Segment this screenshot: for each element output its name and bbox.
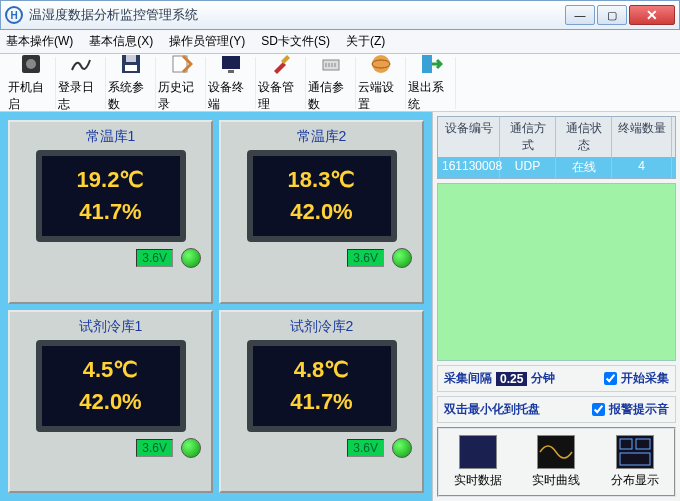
cell-comm-status: 在线 bbox=[556, 157, 612, 178]
modem-icon bbox=[318, 52, 344, 76]
menu-basic-info[interactable]: 基本信息(X) bbox=[89, 33, 153, 50]
terminal-button[interactable]: 设备终端 bbox=[206, 57, 256, 109]
start-collect-label: 开始采集 bbox=[621, 370, 669, 387]
exit-icon bbox=[418, 52, 444, 76]
temperature-value: 18.3℃ bbox=[288, 167, 356, 193]
cell-comm-mode: UDP bbox=[500, 157, 556, 178]
loginlog-button[interactable]: 登录日志 bbox=[56, 57, 106, 109]
floppy-icon bbox=[118, 52, 144, 76]
cell-terminal-count: 4 bbox=[612, 157, 672, 178]
tools-icon bbox=[268, 52, 294, 76]
toolbar-label: 系统参数 bbox=[108, 79, 153, 113]
oscilloscope-icon bbox=[537, 435, 575, 469]
signature-icon bbox=[68, 52, 94, 76]
monitor-icon bbox=[218, 52, 244, 76]
exit-button[interactable]: 退出系统 bbox=[406, 57, 456, 109]
svg-rect-15 bbox=[422, 55, 432, 73]
temperature-value: 4.5℃ bbox=[83, 357, 139, 383]
button-label: 实时曲线 bbox=[532, 472, 580, 489]
device-title: 常温库2 bbox=[297, 128, 347, 146]
toolbar-label: 开机自启 bbox=[8, 79, 53, 113]
cell-device-id: 161130008 bbox=[438, 157, 500, 178]
col-device-id[interactable]: 设备编号 bbox=[438, 117, 500, 157]
log-area[interactable] bbox=[437, 183, 676, 361]
tray-config: 双击最小化到托盘 报警提示音 bbox=[437, 396, 676, 423]
col-terminal-count[interactable]: 终端数量 bbox=[612, 117, 672, 157]
svg-rect-4 bbox=[125, 65, 137, 71]
distribution-button[interactable]: 分布显示 bbox=[602, 435, 668, 489]
commparam-button[interactable]: 通信参数 bbox=[306, 57, 356, 109]
menu-basic-operation[interactable]: 基本操作(W) bbox=[6, 33, 73, 50]
device-card[interactable]: 常温库1 19.2℃ 41.7% 3.6V bbox=[8, 120, 213, 304]
window-title: 温湿度数据分析监控管理系统 bbox=[29, 6, 565, 24]
device-screen: 4.5℃ 42.0% bbox=[36, 340, 186, 432]
menu-sdcard[interactable]: SD卡文件(S) bbox=[261, 33, 330, 50]
menu-operator[interactable]: 操作员管理(Y) bbox=[169, 33, 245, 50]
humidity-value: 42.0% bbox=[79, 389, 141, 415]
autostart-button[interactable]: 开机自启 bbox=[6, 57, 56, 109]
power-icon bbox=[18, 52, 44, 76]
realtime-curve-button[interactable]: 实时曲线 bbox=[523, 435, 589, 489]
close-button[interactable]: ✕ bbox=[629, 5, 675, 25]
interval-value[interactable]: 0.25 bbox=[496, 372, 527, 386]
start-collect-checkbox[interactable] bbox=[604, 372, 617, 385]
globe-icon bbox=[368, 52, 394, 76]
device-title: 常温库1 bbox=[86, 128, 136, 146]
device-screen: 19.2℃ 41.7% bbox=[36, 150, 186, 242]
alarm-sound-checkbox[interactable] bbox=[592, 403, 605, 416]
voltage-badge: 3.6V bbox=[136, 249, 173, 267]
toolbar-label: 退出系统 bbox=[408, 79, 453, 113]
col-comm-status[interactable]: 通信状态 bbox=[556, 117, 612, 157]
col-comm-mode[interactable]: 通信方式 bbox=[500, 117, 556, 157]
history-button[interactable]: 历史记录 bbox=[156, 57, 206, 109]
table-row[interactable]: 161130008 UDP 在线 4 bbox=[438, 157, 675, 178]
toolbar-label: 云端设置 bbox=[358, 79, 403, 113]
device-card[interactable]: 试剂冷库2 4.8℃ 41.7% 3.6V bbox=[219, 310, 424, 494]
menu-bar: 基本操作(W) 基本信息(X) 操作员管理(Y) SD卡文件(S) 关于(Z) bbox=[0, 30, 680, 54]
svg-rect-8 bbox=[323, 60, 339, 70]
voltage-badge: 3.6V bbox=[136, 439, 173, 457]
title-bar: H 温湿度数据分析监控管理系统 — ▢ ✕ bbox=[0, 0, 680, 30]
status-led-icon bbox=[181, 438, 201, 458]
device-screen: 4.8℃ 41.7% bbox=[247, 340, 397, 432]
device-grid: 常温库1 19.2℃ 41.7% 3.6V 常温库2 18.3℃ 42.0% 3… bbox=[0, 112, 432, 501]
monitor-icon bbox=[459, 435, 497, 469]
device-card[interactable]: 常温库2 18.3℃ 42.0% 3.6V bbox=[219, 120, 424, 304]
devmgr-button[interactable]: 设备管理 bbox=[256, 57, 306, 109]
app-logo-icon: H bbox=[5, 6, 23, 24]
cloud-button[interactable]: 云端设置 bbox=[356, 57, 406, 109]
toolbar-label: 设备终端 bbox=[208, 79, 253, 113]
humidity-value: 41.7% bbox=[290, 389, 352, 415]
humidity-value: 41.7% bbox=[79, 199, 141, 225]
status-led-icon bbox=[392, 248, 412, 268]
svg-rect-18 bbox=[620, 453, 650, 465]
device-status-table: 设备编号 通信方式 通信状态 终端数量 161130008 UDP 在线 4 bbox=[437, 116, 676, 179]
realtime-data-button[interactable]: 实时数据 bbox=[445, 435, 511, 489]
svg-rect-7 bbox=[228, 70, 234, 73]
device-card[interactable]: 试剂冷库1 4.5℃ 42.0% 3.6V bbox=[8, 310, 213, 494]
svg-rect-16 bbox=[620, 439, 632, 449]
alarm-sound-label: 报警提示音 bbox=[609, 401, 669, 418]
temperature-value: 19.2℃ bbox=[77, 167, 145, 193]
edit-icon bbox=[168, 52, 194, 76]
toolbar-label: 设备管理 bbox=[258, 79, 303, 113]
voltage-badge: 3.6V bbox=[347, 439, 384, 457]
maximize-button[interactable]: ▢ bbox=[597, 5, 627, 25]
svg-rect-17 bbox=[636, 439, 650, 449]
svg-rect-6 bbox=[222, 56, 240, 69]
layout-icon bbox=[616, 435, 654, 469]
humidity-value: 42.0% bbox=[290, 199, 352, 225]
device-title: 试剂冷库2 bbox=[290, 318, 354, 336]
sysparam-button[interactable]: 系统参数 bbox=[106, 57, 156, 109]
view-buttons: 实时数据 实时曲线 分布显示 bbox=[437, 427, 676, 497]
menu-about[interactable]: 关于(Z) bbox=[346, 33, 385, 50]
device-title: 试剂冷库1 bbox=[79, 318, 143, 336]
minimize-button[interactable]: — bbox=[565, 5, 595, 25]
toolbar-label: 登录日志 bbox=[58, 79, 103, 113]
button-label: 分布显示 bbox=[611, 472, 659, 489]
tray-label: 双击最小化到托盘 bbox=[444, 401, 540, 418]
status-led-icon bbox=[181, 248, 201, 268]
svg-point-1 bbox=[26, 59, 36, 69]
svg-rect-3 bbox=[126, 55, 136, 62]
toolbar-label: 历史记录 bbox=[158, 79, 203, 113]
